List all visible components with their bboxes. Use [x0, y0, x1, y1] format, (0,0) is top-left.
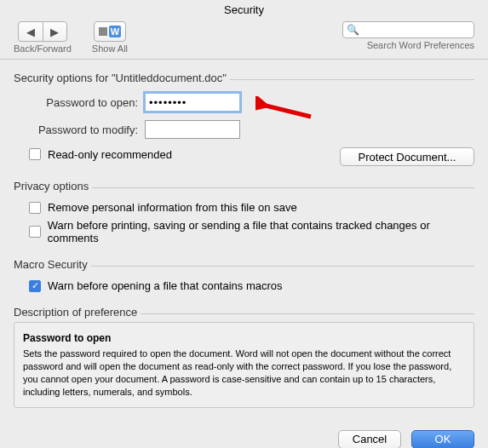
- toolbar: ◀ ▶ Back/Forward W Show All 🔍 Search Wor…: [0, 20, 488, 60]
- search-group: 🔍 Search Word Preferences: [342, 21, 474, 50]
- remove-personal-label: Remove personal information from this fi…: [48, 201, 297, 214]
- read-only-label: Read-only recommended: [48, 148, 172, 161]
- warn-printing-label: Warn before printing, saving or sending …: [48, 219, 474, 244]
- warn-macros-label: Warn before opening a file that contains…: [48, 279, 283, 292]
- warn-printing-row: Warn before printing, saving or sending …: [29, 219, 474, 244]
- security-options-legend: Security options for "Untitleddocument.d…: [14, 72, 230, 84]
- description-body: Sets the password required to open the d…: [23, 347, 465, 398]
- password-open-label: Password to open:: [29, 96, 138, 109]
- privacy-fieldset: Privacy options Remove personal informat…: [14, 180, 474, 244]
- read-only-row: Read-only recommended: [29, 148, 172, 161]
- warn-macros-checkbox[interactable]: ✓: [29, 280, 41, 292]
- content: Security options for "Untitleddocument.d…: [0, 60, 488, 422]
- show-all-label: Show All: [92, 43, 128, 54]
- search-label: Search Word Preferences: [367, 40, 474, 50]
- search-icon: 🔍: [347, 24, 359, 36]
- ok-button[interactable]: OK: [411, 430, 474, 448]
- cancel-button[interactable]: Cancel: [338, 430, 401, 448]
- warn-printing-checkbox[interactable]: [29, 226, 41, 238]
- password-open-input[interactable]: [145, 93, 240, 112]
- back-forward-label: Back/Forward: [14, 43, 72, 54]
- nav-buttons: ◀ ▶: [18, 21, 67, 42]
- password-modify-input[interactable]: [145, 120, 240, 139]
- macro-legend: Macro Security: [14, 258, 91, 271]
- show-all-group: W Show All: [92, 21, 128, 54]
- warn-macros-row: ✓ Warn before opening a file that contai…: [29, 279, 474, 292]
- forward-button[interactable]: ▶: [43, 22, 66, 41]
- password-modify-label: Password to modify:: [29, 123, 138, 136]
- remove-personal-checkbox[interactable]: [29, 202, 41, 214]
- password-open-row: Password to open:: [29, 93, 474, 112]
- show-all-button[interactable]: W: [94, 21, 126, 42]
- password-modify-row: Password to modify:: [29, 120, 474, 139]
- back-forward-group: ◀ ▶ Back/Forward: [14, 21, 72, 54]
- description-box: Password to open Sets the password requi…: [14, 322, 474, 408]
- description-title: Password to open: [23, 331, 465, 345]
- remove-personal-row: Remove personal information from this fi…: [29, 201, 474, 214]
- description-legend: Description of preference: [14, 306, 141, 319]
- back-button[interactable]: ◀: [19, 22, 43, 41]
- macro-fieldset: Macro Security ✓ Warn before opening a f…: [14, 258, 474, 292]
- window-title: Security: [0, 0, 488, 20]
- word-icon: W: [109, 26, 121, 37]
- description-fieldset: Description of preference Password to op…: [14, 306, 474, 408]
- footer: Cancel OK: [0, 422, 488, 448]
- security-options-fieldset: Security options for "Untitleddocument.d…: [14, 72, 474, 166]
- grid-icon: [99, 27, 107, 36]
- protect-document-button[interactable]: Protect Document...: [340, 147, 474, 166]
- search-input[interactable]: [342, 21, 474, 38]
- read-only-checkbox[interactable]: [29, 148, 41, 160]
- privacy-legend: Privacy options: [14, 180, 92, 192]
